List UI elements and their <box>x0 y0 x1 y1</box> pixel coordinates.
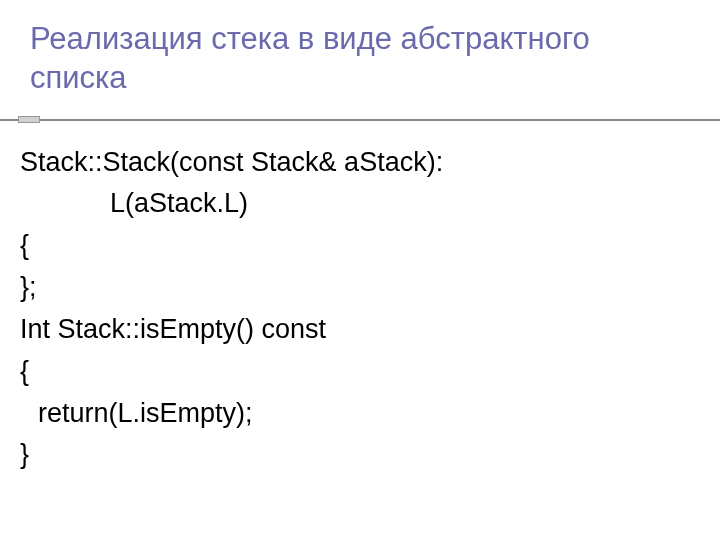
code-line: return(L.isEmpty); <box>20 393 700 435</box>
code-line: Stack::Stack(const Stack& aStack): <box>20 142 700 184</box>
slide-content: Stack::Stack(const Stack& aStack): L(aSt… <box>0 124 720 477</box>
code-line: }; <box>20 267 700 309</box>
code-line: } <box>20 434 700 476</box>
code-line: { <box>20 225 700 267</box>
code-line: L(aStack.L) <box>20 183 700 225</box>
slide-title: Реализация стека в виде абстрактного спи… <box>30 20 690 98</box>
code-line: { <box>20 351 700 393</box>
code-line: Int Stack::isEmpty() const <box>20 309 700 351</box>
slide-title-area: Реализация стека в виде абстрактного спи… <box>0 0 720 108</box>
title-divider <box>0 116 720 124</box>
divider-line <box>0 119 720 121</box>
divider-box <box>18 116 40 123</box>
